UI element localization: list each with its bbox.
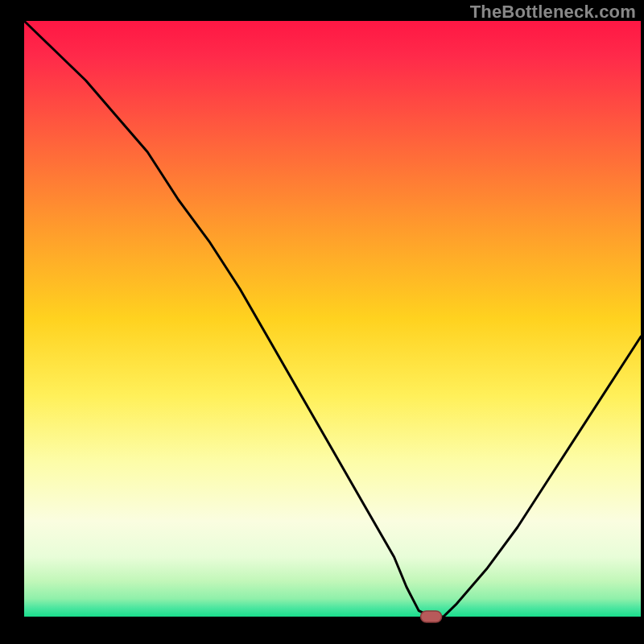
optimal-marker xyxy=(421,611,442,622)
chart-frame: { "watermark": { "text": "TheBottleneck.… xyxy=(0,0,644,644)
bottleneck-chart xyxy=(0,0,644,644)
watermark-text: TheBottleneck.com xyxy=(470,2,636,23)
gradient-background xyxy=(24,21,641,617)
